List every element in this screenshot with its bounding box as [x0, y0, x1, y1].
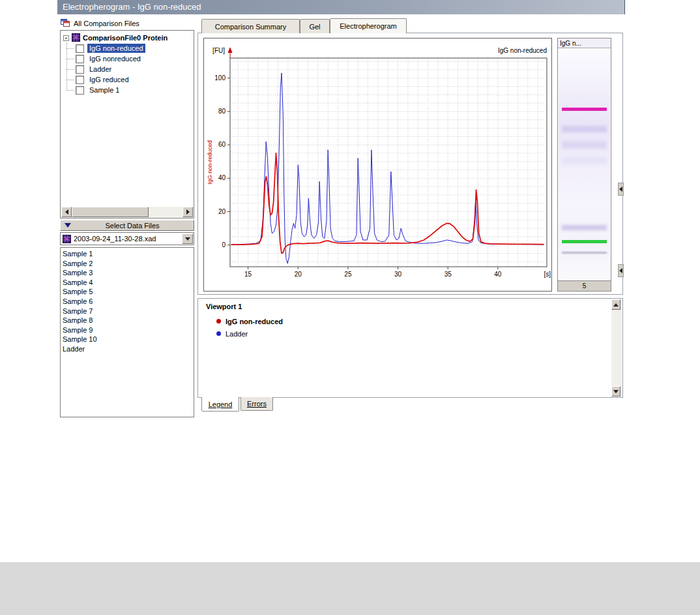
window-titlebar[interactable]: Electropherogram - IgG non-reduced	[57, 0, 625, 14]
tree-item-checkbox[interactable]	[76, 65, 84, 74]
scrollbar-track[interactable]	[149, 207, 182, 217]
tab-errors[interactable]: Errors	[241, 397, 273, 411]
tree-item-checkbox[interactable]	[76, 44, 84, 53]
tree-item-label[interactable]: Sample 1	[87, 85, 121, 95]
arrow-left-icon	[619, 187, 622, 192]
file-list-item[interactable]: Sample 2	[63, 259, 194, 269]
tree-item-label[interactable]: Ladder	[87, 65, 113, 74]
gel-lane-number: 5	[558, 280, 611, 291]
svg-text:25: 25	[344, 271, 352, 278]
legend-entries: IgG non-reducedLadder	[216, 316, 283, 338]
tree-item[interactable]: IgG nonreduced	[61, 53, 193, 64]
scroll-right-button[interactable]	[182, 207, 193, 217]
gel-chip-icon	[72, 33, 80, 43]
file-list-item[interactable]: Sample 8	[63, 316, 194, 325]
tree-item[interactable]: Ladder	[61, 64, 193, 74]
legend-entry-label: Ladder	[226, 330, 248, 338]
tree-item-checkbox[interactable]	[76, 55, 84, 63]
file-list-item[interactable]: Ladder	[63, 344, 194, 354]
file-list-item[interactable]: Sample 7	[63, 307, 194, 316]
gel-band	[562, 126, 607, 132]
svg-text:40: 40	[494, 271, 502, 278]
arrow-down-icon	[613, 390, 619, 393]
legend-entry: Ladder	[216, 329, 283, 338]
tab-label: Gel	[309, 23, 320, 31]
collapse-triangle-icon[interactable]	[65, 223, 71, 228]
gel-band	[562, 225, 607, 230]
select-data-files-label: Select Data Files	[71, 222, 194, 230]
file-list-item[interactable]: Sample 4	[63, 278, 194, 288]
tree-item[interactable]: IgG reduced	[61, 74, 193, 85]
taskbar-area	[0, 562, 700, 615]
gel-lane[interactable]	[559, 48, 610, 280]
tree-item-label[interactable]: IgG nonreduced	[87, 54, 143, 63]
comparison-files-icon	[60, 18, 70, 29]
gel-band	[562, 157, 607, 164]
file-list-item[interactable]: Sample 9	[63, 325, 194, 335]
select-data-files-bar[interactable]: Select Data Files	[60, 220, 194, 231]
tab-gel[interactable]: Gel	[300, 19, 330, 33]
svg-text:IgG non-reduced: IgG non-reduced	[498, 47, 547, 54]
tree-item-label[interactable]: IgG non-reduced	[87, 44, 145, 53]
legend-bullet-icon	[216, 319, 221, 323]
gel-band	[562, 108, 607, 111]
tree-item-label[interactable]: IgG reduced	[87, 75, 131, 84]
window-title: Electropherogram - IgG non-reduced	[63, 2, 201, 12]
tree-root-label[interactable]: ComparisonFile0 Protein	[83, 34, 168, 42]
svg-text:IgG non-reduced: IgG non-reduced	[207, 140, 213, 185]
svg-text:30: 30	[394, 271, 402, 278]
tree-item[interactable]: Sample 1	[61, 85, 193, 95]
file-list-item[interactable]: Sample 1	[63, 249, 194, 259]
file-list-item[interactable]: Sample 5	[63, 287, 194, 297]
electropherogram-chart: 152025303540020406080100[FU]IgG non-redu…	[204, 38, 551, 291]
svg-text:20: 20	[218, 208, 226, 215]
scroll-left-button[interactable]	[61, 207, 72, 217]
file-list-item[interactable]: Sample 10	[63, 335, 194, 344]
tab-electropherogram[interactable]: Electropherogram	[330, 18, 407, 33]
file-list-item[interactable]: Sample 3	[63, 268, 194, 278]
arrow-up-icon	[613, 303, 619, 307]
tree-item[interactable]: IgG non-reduced	[61, 43, 193, 53]
splitter-collapse-button[interactable]	[618, 264, 624, 277]
tab-comparison-summary[interactable]: Comparison Summary	[201, 19, 300, 33]
tree-root-item[interactable]: ComparisonFile0 Protein	[61, 33, 193, 43]
chevron-down-icon	[185, 237, 190, 241]
tree-item-checkbox[interactable]	[76, 86, 84, 95]
scroll-down-button[interactable]	[611, 386, 620, 397]
tab-label: Errors	[247, 400, 267, 408]
svg-text:80: 80	[218, 108, 226, 115]
gel-band	[562, 141, 607, 149]
svg-text:40: 40	[218, 174, 226, 181]
tab-label: Electropherogram	[340, 22, 396, 30]
file-list-item[interactable]: Sample 6	[63, 297, 194, 307]
tree-horizontal-scrollbar[interactable]	[61, 207, 193, 217]
data-file-combo-value[interactable]: 2003-09-24_11-30-28.xad	[71, 235, 182, 243]
gel-lane-panel[interactable]: IgG n... 5	[557, 38, 611, 292]
chart-panel: 152025303540020406080100[FU]IgG non-redu…	[203, 38, 552, 292]
svg-text:60: 60	[218, 141, 226, 148]
legend-entry: IgG non-reduced	[216, 316, 283, 326]
svg-text:15: 15	[244, 271, 252, 278]
svg-text:[FU]: [FU]	[212, 47, 225, 54]
tab-label: Comparison Summary	[215, 23, 286, 31]
scrollbar-thumb[interactable]	[72, 207, 149, 217]
splitter-collapse-button[interactable]	[618, 183, 624, 196]
legend-bullet-icon	[216, 331, 221, 336]
viewport-title: Viewport 1	[206, 303, 242, 310]
data-file-list[interactable]: Sample 1Sample 2Sample 3Sample 4Sample 5…	[60, 247, 194, 417]
svg-text:35: 35	[445, 271, 452, 278]
arrow-right-icon	[186, 209, 190, 215]
comparison-files-tree[interactable]: ComparisonFile0 Protein IgG non-reducedI…	[60, 30, 194, 218]
tab-legend[interactable]: Legend	[201, 397, 239, 412]
tree-item-checkbox[interactable]	[76, 76, 84, 84]
tree-collapse-icon[interactable]	[63, 35, 69, 41]
gel-band	[562, 240, 607, 243]
scroll-up-button[interactable]	[611, 299, 620, 310]
scrollbar-track[interactable]	[611, 310, 622, 386]
gel-lane-header[interactable]: IgG n...	[558, 38, 611, 48]
legend-panel: Viewport 1 IgG non-reducedLadder	[197, 298, 623, 398]
combo-dropdown-button[interactable]	[182, 233, 193, 244]
legend-vertical-scrollbar[interactable]	[611, 299, 622, 397]
data-file-combo[interactable]: 2003-09-24_11-30-28.xad	[60, 232, 194, 245]
tree-items: IgG non-reducedIgG nonreducedLadderIgG r…	[61, 43, 193, 95]
